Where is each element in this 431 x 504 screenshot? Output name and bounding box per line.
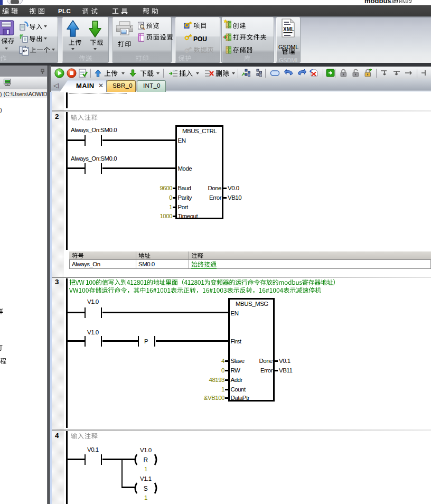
svg-text:XML: XML bbox=[283, 26, 294, 32]
svg-text:S: S bbox=[144, 484, 148, 492]
svg-text:R: R bbox=[143, 456, 148, 463]
